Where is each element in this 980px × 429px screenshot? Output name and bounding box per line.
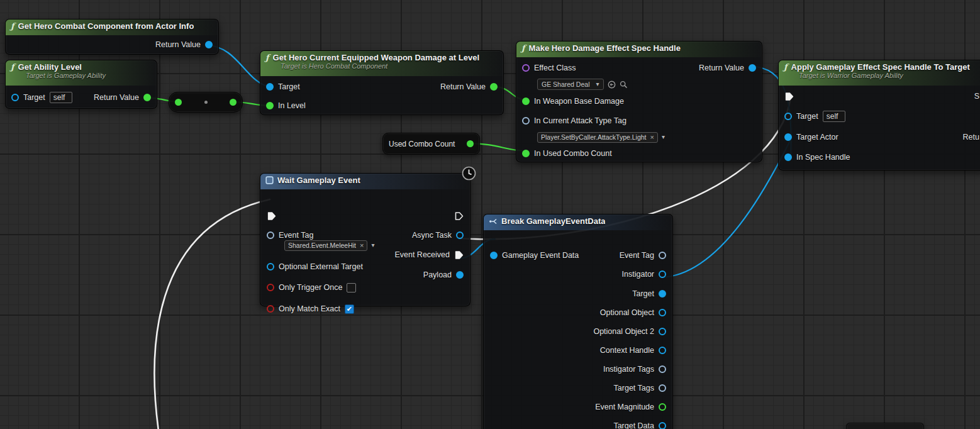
pin-target-input[interactable] (784, 113, 792, 120)
node-subtitle: Target is Warrior Gameplay Ability (799, 72, 979, 81)
node-get-hero-combat-component[interactable]: ƒ Get Hero Combat Component from Actor I… (5, 19, 219, 55)
function-icon: ƒ (11, 62, 14, 72)
node-make-spec-handle[interactable]: ƒ Make Hero Damage Effect Spec Handle Ef… (516, 41, 762, 162)
node-header: ƒ Get Hero Current Equipped Weapon Damag… (260, 51, 503, 76)
pin-in-spec-handle-input[interactable] (784, 153, 792, 161)
pin-in-used-combo-count-input[interactable] (522, 150, 530, 157)
pin-return-value-output[interactable] (490, 83, 498, 91)
pin-label: Effect Class (534, 64, 576, 72)
pin-target-output[interactable] (659, 290, 666, 298)
pin-target-data-output[interactable] (659, 422, 666, 429)
node-header: Wait Gameplay Event (260, 174, 470, 189)
reroute-node[interactable] (169, 92, 243, 113)
chevron-down-icon[interactable]: ▾ (371, 242, 374, 248)
node-apply-spec-handle[interactable]: ƒ Apply Gameplay Effect Spec Handle To T… (778, 60, 980, 170)
pin-label: In Used Combo Count (534, 149, 612, 158)
node-wait-gameplay-event[interactable]: Wait Gameplay Event Event Tag Shared.Eve (260, 173, 471, 306)
pin-label: Event Tag (620, 251, 654, 260)
node-used-combo-count[interactable]: Used Combo Count (382, 133, 480, 155)
pin-output[interactable] (467, 140, 474, 147)
pin-label: Return Value (155, 40, 201, 49)
node-header: ƒ Make Hero Damage Effect Spec Handle (516, 42, 762, 57)
effect-class-dropdown[interactable]: GE Shared Deal ▾ (537, 79, 604, 90)
pin-label: Target Data (613, 421, 654, 429)
pin-target-actor-input[interactable] (784, 133, 792, 141)
node-title: Break GameplayEventData (501, 216, 605, 226)
pin-only-trigger-once-input[interactable] (267, 284, 274, 291)
pin-gameplay-event-data-input[interactable] (490, 252, 498, 259)
browse-asset-icon[interactable] (620, 81, 628, 89)
pin-label: Target (632, 289, 654, 298)
pin-label: Target Actor (796, 133, 838, 142)
tag-value: Player.SetByCaller.AttackType.Light (541, 133, 647, 141)
exec-out-pin[interactable] (454, 211, 464, 221)
variable-label: Used Combo Count (389, 140, 455, 148)
pin-event-magnitude-output[interactable] (659, 403, 666, 411)
node-title: Make Hero Damage Effect Spec Handle (529, 43, 681, 53)
pin-label: Instigator (622, 270, 654, 279)
pin-return-value-output[interactable] (749, 64, 756, 72)
node-subtitle: Target is Hero Combat Component (281, 62, 497, 71)
pin-label: In Weapon Base Damage (534, 97, 624, 106)
blueprint-graph[interactable]: ƒ Get Hero Combat Component from Actor I… (0, 0, 980, 429)
pin-payload-output[interactable] (456, 271, 464, 279)
pin-return-value-output[interactable] (143, 94, 151, 101)
node-header: ƒ Apply Gameplay Effect Spec Handle To T… (779, 60, 980, 86)
pin-output[interactable] (230, 99, 237, 106)
pin-effect-class-input[interactable] (522, 64, 530, 72)
pin-in-current-attack-type-tag-input[interactable] (522, 117, 530, 125)
node-header: ƒ Get Hero Combat Component from Actor I… (6, 20, 218, 35)
event-tag-chip[interactable]: Shared.Event.MeleeHit × (284, 240, 367, 251)
exec-in-pin[interactable] (784, 92, 794, 101)
only-trigger-once-checkbox[interactable] (347, 283, 356, 292)
wire-exec-entry (155, 199, 270, 429)
node-break-gameplay-event-data[interactable]: Break GameplayEventData Gameplay Event D… (483, 214, 673, 429)
pin-input[interactable] (175, 99, 182, 106)
exec-event-received-pin[interactable] (454, 250, 464, 260)
pin-label: Event Tag (279, 231, 313, 240)
pin-optional-external-target-input[interactable] (267, 263, 274, 270)
function-icon: ƒ (521, 43, 525, 53)
node-title: Get Ability Level (18, 62, 82, 72)
pin-label-truncated: S (974, 92, 979, 101)
pin-optional-object-output[interactable] (659, 309, 666, 316)
pin-instigator-tags-output[interactable] (659, 365, 666, 373)
pin-label: Only Trigger Once (279, 283, 342, 292)
pin-in-level-input[interactable] (266, 102, 274, 109)
reroute-dot-icon (204, 101, 208, 104)
only-match-exact-checkbox[interactable]: ✔ (345, 304, 354, 314)
pin-label: Gameplay Event Data (502, 251, 579, 260)
chevron-down-icon[interactable]: ▾ (662, 134, 665, 140)
pin-label: Return Value (440, 82, 486, 91)
pin-target-input[interactable] (266, 83, 274, 91)
latent-clock-icon (462, 166, 476, 183)
partial-node[interactable] (846, 423, 924, 429)
attack-type-tag-chip[interactable]: Player.SetByCaller.AttackType.Light × (537, 132, 658, 143)
node-get-ability-level[interactable]: ƒ Get Ability Level Target is Gameplay A… (5, 60, 157, 109)
pin-target-tags-output[interactable] (659, 384, 666, 392)
break-struct-icon (489, 217, 498, 226)
pin-event-tag-input[interactable] (267, 231, 274, 239)
target-self-field[interactable]: self (823, 111, 845, 122)
pin-optional-object-2-output[interactable] (659, 328, 666, 335)
pin-target-input[interactable] (11, 94, 19, 101)
pin-context-handle-output[interactable] (659, 347, 666, 354)
pin-instigator-output[interactable] (659, 270, 666, 278)
pin-label: Optional Object 2 (593, 327, 654, 336)
close-icon[interactable]: × (360, 242, 364, 249)
pin-return-value-output[interactable] (205, 41, 213, 48)
pin-label: Event Magnitude (595, 403, 654, 411)
function-icon: ƒ (11, 21, 14, 31)
pin-async-task-output[interactable] (456, 231, 464, 239)
chevron-down-icon: ▾ (596, 81, 599, 87)
node-get-weapon-damage[interactable]: ƒ Get Hero Current Equipped Weapon Damag… (260, 50, 504, 115)
pin-in-weapon-base-damage-input[interactable] (522, 98, 530, 105)
target-self-field[interactable]: self (50, 92, 72, 103)
pin-label: In Current Attack Type Tag (534, 116, 626, 125)
exec-in-pin[interactable] (267, 211, 276, 221)
use-selected-asset-icon[interactable] (608, 81, 616, 89)
pin-only-match-exact-input[interactable] (267, 305, 274, 313)
close-icon[interactable]: × (650, 134, 654, 141)
pin-event-tag-output[interactable] (659, 252, 666, 259)
pin-label: Target Tags (614, 384, 654, 393)
